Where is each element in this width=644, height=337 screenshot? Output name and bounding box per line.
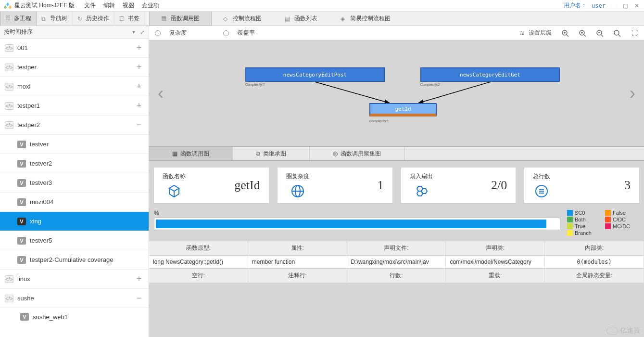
- tree-project[interactable]: </>testper1+: [0, 96, 149, 116]
- pct-label: %: [154, 210, 560, 217]
- svg-marker-20: [417, 191, 423, 196]
- expand-icon[interactable]: +: [134, 62, 144, 72]
- tree-version[interactable]: Vxing: [0, 212, 149, 231]
- radio-coverage-label: 覆盖率: [238, 29, 255, 37]
- cluster-icon: ◎: [333, 150, 338, 157]
- content-area: 复杂度 覆盖率 ≋ 设置层级 ⛶ ‹ ›: [149, 26, 644, 337]
- expand-icon[interactable]: +: [134, 274, 144, 284]
- svg-line-13: [315, 82, 390, 103]
- sort-dropdown[interactable]: 按时间排序 ▼ ⤢: [0, 26, 149, 39]
- nav-tree-button[interactable]: ⧉导航树: [37, 12, 73, 26]
- search-icon[interactable]: [613, 29, 621, 37]
- sort-label: 按时间排序: [4, 28, 33, 36]
- tree-label: testper: [17, 64, 134, 71]
- bookmark-button[interactable]: ☐书签: [114, 12, 145, 26]
- project-tree[interactable]: </>001+</>testper+</>moxi+</>testper1+</…: [0, 39, 149, 337]
- graph-node-2[interactable]: newsCategoryEditGet: [420, 67, 560, 82]
- fullscreen-icon[interactable]: ⛶: [631, 29, 638, 37]
- tree-version[interactable]: Vtestver2: [0, 154, 149, 173]
- legend-item: SC0: [567, 210, 601, 216]
- legend: SC0FalseBothC/DCTrueMC/DCBranch: [567, 210, 639, 236]
- coverage-row: % SC0FalseBothC/DCTrueMC/DCBranch: [149, 210, 644, 241]
- tab-call-graph[interactable]: ▦函数调用图: [149, 12, 212, 26]
- expand-icon[interactable]: +: [134, 81, 144, 91]
- graph-node-3[interactable]: getId: [369, 103, 437, 117]
- tree-project[interactable]: </>linux+: [0, 270, 149, 289]
- svg-line-1: [567, 35, 568, 37]
- code-icon: </>: [5, 44, 13, 52]
- version-icon: V: [17, 256, 26, 264]
- tab-func-list[interactable]: ▤函数列表: [273, 12, 329, 26]
- dtab-cluster[interactable]: ◎函数调用聚集图: [310, 147, 404, 160]
- swatch-icon: [605, 223, 611, 229]
- svg-line-12: [619, 35, 620, 37]
- tree-version[interactable]: Vtestper2-Cumulative coverage: [0, 250, 149, 270]
- code-icon: </>: [5, 275, 13, 283]
- tree-version[interactable]: Vtestver3: [0, 173, 149, 193]
- external-icon[interactable]: ⤢: [140, 29, 145, 36]
- layers-icon[interactable]: ≋: [518, 29, 526, 37]
- multi-project-button[interactable]: ☰多工程: [0, 12, 37, 26]
- bookmark-icon: ☐: [119, 15, 126, 22]
- radio-complexity[interactable]: [155, 30, 161, 36]
- tree-version[interactable]: Vtestver5: [0, 231, 149, 250]
- tree-project[interactable]: </>moxi+: [0, 77, 149, 96]
- cloud-icon: [606, 327, 618, 335]
- sidebar: 按时间排序 ▼ ⤢ </>001+</>testper+</>moxi+</>t…: [0, 26, 149, 337]
- expand-icon[interactable]: −: [134, 293, 144, 303]
- graph-icon: ▦: [161, 15, 168, 22]
- swatch-icon: [605, 217, 611, 222]
- tree-version[interactable]: Vsushe_web1: [0, 308, 149, 325]
- dtab-call-graph[interactable]: ▦函数调用图: [149, 147, 233, 160]
- minimize-icon[interactable]: ─: [610, 2, 617, 9]
- table-header-1: 函数原型: 属性: 声明文件: 声明类: 内部类:: [149, 241, 644, 255]
- menu-enterprise[interactable]: 企业项: [142, 1, 159, 10]
- zoom-in-icon[interactable]: [561, 29, 569, 37]
- tree-project[interactable]: </>sushe−: [0, 289, 149, 308]
- history-button[interactable]: ↻历史操作: [73, 12, 114, 26]
- zoom-out-icon[interactable]: [596, 29, 604, 37]
- menu-file[interactable]: 文件: [84, 1, 96, 10]
- close-icon[interactable]: ✕: [633, 2, 640, 9]
- expand-icon[interactable]: +: [134, 101, 144, 111]
- tree-label: xing: [30, 218, 144, 225]
- menu-edit[interactable]: 编辑: [103, 1, 115, 10]
- tree-label: testper1: [17, 102, 134, 109]
- swatch-icon: [567, 223, 573, 229]
- version-icon: V: [20, 313, 29, 321]
- table-row-1: long NewsCategory::getId() member functi…: [149, 255, 644, 268]
- tree-project[interactable]: </>testper2−: [0, 116, 149, 135]
- maximize-icon[interactable]: ▢: [622, 2, 629, 9]
- list2-icon: ▤: [285, 15, 291, 22]
- th: 函数原型:: [149, 241, 248, 255]
- layers-label[interactable]: 设置层级: [529, 29, 552, 37]
- radio-coverage[interactable]: [223, 30, 229, 36]
- titlebar-right: 用户名： user ─ ▢ ✕: [564, 1, 640, 10]
- metric-value: 2/0: [491, 178, 507, 193]
- td: com/moxi/model/NewsCategory: [446, 256, 545, 268]
- tree-version[interactable]: Vmozi004: [0, 193, 149, 212]
- graph-node-1[interactable]: newsCategoryEditPost: [245, 67, 385, 82]
- dtab-inheritance[interactable]: ⧉类继承图: [233, 147, 310, 160]
- td: D:\wangxing\moxi\src\main\jav: [347, 256, 446, 268]
- zoom-plus-icon[interactable]: [579, 29, 586, 37]
- version-icon: V: [17, 160, 26, 168]
- legend-label: Both: [575, 217, 586, 222]
- tree-project[interactable]: </>testper+: [0, 58, 149, 77]
- caption-2: Complexity:2: [420, 83, 440, 86]
- tab-cfg[interactable]: ◇控制流程图: [212, 12, 273, 26]
- tab-simple-cfg[interactable]: ◈简易控制流程图: [329, 12, 402, 26]
- legend-item: Branch: [567, 230, 601, 236]
- td: long NewsCategory::getId(): [149, 256, 248, 268]
- expand-icon[interactable]: +: [134, 43, 144, 53]
- tree-icon: ⧉: [41, 15, 48, 22]
- code-icon: </>: [5, 295, 13, 302]
- dtab-call-graph-label: 函数调用图: [180, 150, 209, 158]
- tree-project[interactable]: </>001+: [0, 39, 149, 58]
- tree-version[interactable]: Vtestver: [0, 135, 149, 154]
- graph-canvas[interactable]: ‹ › newsCategoryEditPost Complexity:7 ne…: [149, 40, 644, 146]
- nodes-icon: [166, 183, 182, 199]
- th: 空行:: [149, 269, 248, 283]
- expand-icon[interactable]: −: [134, 120, 144, 130]
- menu-view[interactable]: 视图: [123, 1, 134, 10]
